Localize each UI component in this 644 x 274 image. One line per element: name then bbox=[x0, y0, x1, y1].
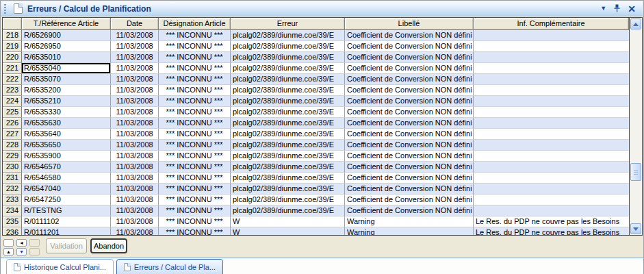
cell-erreur[interactable]: plcalg02/389/diunme.coe/39/E bbox=[231, 96, 345, 107]
cell-libelle[interactable]: Coefficient de Conversion NON défini bbox=[345, 184, 474, 195]
cell-libelle[interactable]: Coefficient de Conversion NON défini bbox=[345, 30, 474, 41]
cell-date[interactable]: 11/03/2008 bbox=[111, 129, 159, 140]
cell-reference[interactable]: R/6535330 bbox=[22, 107, 111, 118]
cell-libelle[interactable]: Coefficient de Conversion NON défini bbox=[345, 162, 474, 173]
row-number-cell[interactable]: 236 bbox=[3, 227, 22, 235]
nav-up-button[interactable]: ▲ bbox=[3, 248, 14, 256]
row-number-cell[interactable]: 233 bbox=[3, 195, 22, 206]
cell-info[interactable] bbox=[474, 30, 629, 41]
cell-designation[interactable]: *** INCONNU *** bbox=[159, 74, 231, 85]
cell-designation[interactable]: *** INCONNU *** bbox=[159, 30, 231, 41]
row-number-cell[interactable]: 227 bbox=[3, 129, 22, 140]
cell-info[interactable] bbox=[474, 184, 629, 195]
cell-reference[interactable]: R/6535650 bbox=[22, 140, 111, 151]
cell-erreur[interactable]: plcalg02/389/diunme.coe/39/E bbox=[231, 206, 345, 216]
cell-erreur[interactable]: plcalg02/389/diunme.coe/39/E bbox=[231, 41, 345, 52]
cell-designation[interactable]: *** INCONNU *** bbox=[159, 184, 231, 195]
cell-date[interactable]: 11/03/2008 bbox=[111, 96, 159, 107]
cell-info[interactable] bbox=[474, 173, 629, 184]
cell-date[interactable]: 11/03/2008 bbox=[111, 206, 159, 216]
cell-info[interactable] bbox=[474, 206, 629, 216]
cell-libelle[interactable]: Coefficient de Conversion NON défini bbox=[345, 52, 474, 63]
cell-designation[interactable]: *** INCONNU *** bbox=[159, 96, 231, 107]
header-date[interactable]: Date bbox=[111, 18, 159, 30]
row-number-cell[interactable]: 231 bbox=[3, 173, 22, 184]
cell-info[interactable] bbox=[474, 41, 629, 52]
row-number-cell[interactable]: 230 bbox=[3, 162, 22, 173]
close-icon[interactable]: ✕ bbox=[628, 4, 636, 14]
tab-historique-calcul[interactable]: Historique Calcul Plani... bbox=[6, 259, 114, 274]
cell-erreur[interactable]: plcalg02/389/diunme.coe/39/E bbox=[231, 162, 345, 173]
cell-reference[interactable]: R/6535640 bbox=[22, 129, 111, 140]
header-libelle[interactable]: Libellé bbox=[345, 18, 474, 30]
panel-titlebar[interactable]: Erreurs / Calcul de Planification ▼ ✕ bbox=[1, 1, 643, 16]
cell-date[interactable]: 11/03/2008 bbox=[111, 30, 159, 41]
cell-designation[interactable]: *** INCONNU *** bbox=[159, 107, 231, 118]
cell-reference[interactable]: R/6547250 bbox=[22, 195, 111, 206]
cell-designation[interactable]: *** INCONNU *** bbox=[159, 162, 231, 173]
cell-erreur[interactable]: plcalg02/389/diunme.coe/39/E bbox=[231, 107, 345, 118]
header-info[interactable]: Inf. Complémentaire bbox=[474, 18, 629, 30]
cell-libelle[interactable]: Coefficient de Conversion NON défini bbox=[345, 85, 474, 96]
row-number-cell[interactable]: 235 bbox=[3, 216, 22, 227]
cell-erreur[interactable]: W bbox=[231, 227, 345, 235]
cell-info[interactable] bbox=[474, 63, 629, 74]
vertical-scrollbar[interactable] bbox=[630, 18, 642, 235]
cell-date[interactable]: 11/03/2008 bbox=[111, 151, 159, 162]
cell-date[interactable]: 11/03/2008 bbox=[111, 85, 159, 96]
row-number-cell[interactable]: 219 bbox=[3, 41, 22, 52]
cell-date[interactable]: 11/03/2008 bbox=[111, 52, 159, 63]
cell-info[interactable] bbox=[474, 118, 629, 129]
drag-grip[interactable] bbox=[3, 3, 7, 14]
row-number-cell[interactable]: 226 bbox=[3, 118, 22, 129]
cell-info[interactable] bbox=[474, 52, 629, 63]
cell-date[interactable]: 11/03/2008 bbox=[111, 195, 159, 206]
row-number-cell[interactable]: 218 bbox=[3, 30, 22, 41]
cell-libelle[interactable]: Coefficient de Conversion NON défini bbox=[345, 195, 474, 206]
cell-info[interactable] bbox=[474, 151, 629, 162]
cell-reference[interactable]: R/6535210 bbox=[22, 96, 111, 107]
nav-blank-button[interactable] bbox=[3, 239, 14, 247]
row-number-cell[interactable]: 225 bbox=[3, 107, 22, 118]
cell-info[interactable] bbox=[474, 74, 629, 85]
cell-reference[interactable]: R/6535900 bbox=[22, 151, 111, 162]
row-number-cell[interactable]: 223 bbox=[3, 85, 22, 96]
row-number-cell[interactable]: 228 bbox=[3, 140, 22, 151]
cell-designation[interactable]: *** INCONNU *** bbox=[159, 63, 231, 74]
cell-erreur[interactable]: plcalg02/389/diunme.coe/39/E bbox=[231, 74, 345, 85]
cell-libelle[interactable]: Coefficient de Conversion NON défini bbox=[345, 129, 474, 140]
cell-reference[interactable]: R/6535040 bbox=[22, 63, 111, 74]
row-number-cell[interactable]: 221 bbox=[3, 63, 22, 74]
header-designation[interactable]: Désignation Article bbox=[159, 18, 231, 30]
cell-date[interactable]: 11/03/2008 bbox=[111, 173, 159, 184]
row-number-cell[interactable]: 222 bbox=[3, 74, 22, 85]
cell-designation[interactable]: *** INCONNU *** bbox=[159, 129, 231, 140]
cell-erreur[interactable]: plcalg02/389/diunme.coe/39/E bbox=[231, 195, 345, 206]
cell-libelle[interactable]: Coefficient de Conversion NON défini bbox=[345, 63, 474, 74]
cell-libelle[interactable]: Warning bbox=[345, 227, 474, 235]
cell-designation[interactable]: *** INCONNU *** bbox=[159, 118, 231, 129]
cell-erreur[interactable]: plcalg02/389/diunme.coe/39/E bbox=[231, 173, 345, 184]
cell-erreur[interactable]: W bbox=[231, 216, 345, 227]
cell-reference[interactable]: R/6535010 bbox=[22, 52, 111, 63]
cell-libelle[interactable]: Coefficient de Conversion NON défini bbox=[345, 173, 474, 184]
cell-designation[interactable]: *** INCONNU *** bbox=[159, 195, 231, 206]
cell-reference[interactable]: R/6535070 bbox=[22, 74, 111, 85]
row-number-cell[interactable]: 234 bbox=[3, 206, 22, 216]
cell-erreur[interactable]: plcalg02/389/diunme.coe/39/E bbox=[231, 63, 345, 74]
cell-date[interactable]: 11/03/2008 bbox=[111, 74, 159, 85]
row-number-cell[interactable]: 224 bbox=[3, 96, 22, 107]
cell-reference[interactable]: R/6526900 bbox=[22, 30, 111, 41]
cell-info[interactable] bbox=[474, 162, 629, 173]
cell-designation[interactable]: *** INCONNU *** bbox=[159, 151, 231, 162]
cell-info[interactable]: Le Res. du PDP ne couvre pas les Besoins bbox=[474, 216, 629, 227]
cell-erreur[interactable]: plcalg02/389/diunme.coe/39/E bbox=[231, 151, 345, 162]
cell-libelle[interactable]: Coefficient de Conversion NON défini bbox=[345, 41, 474, 52]
cell-reference[interactable]: R/0111102 bbox=[22, 216, 111, 227]
cell-date[interactable]: 11/03/2008 bbox=[111, 107, 159, 118]
cell-info[interactable] bbox=[474, 85, 629, 96]
cell-designation[interactable]: *** INCONNU *** bbox=[159, 216, 231, 227]
row-number-cell[interactable]: 232 bbox=[3, 184, 22, 195]
cell-reference[interactable]: R/6546580 bbox=[22, 173, 111, 184]
cell-date[interactable]: 11/03/2008 bbox=[111, 162, 159, 173]
